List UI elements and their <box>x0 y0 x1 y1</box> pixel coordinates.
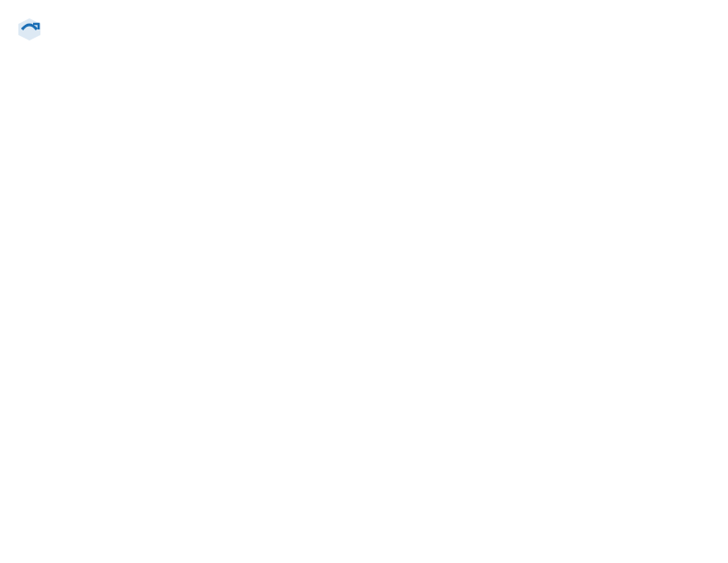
logo-icon <box>15 15 44 44</box>
logo <box>15 15 48 44</box>
page-header <box>15 15 713 44</box>
